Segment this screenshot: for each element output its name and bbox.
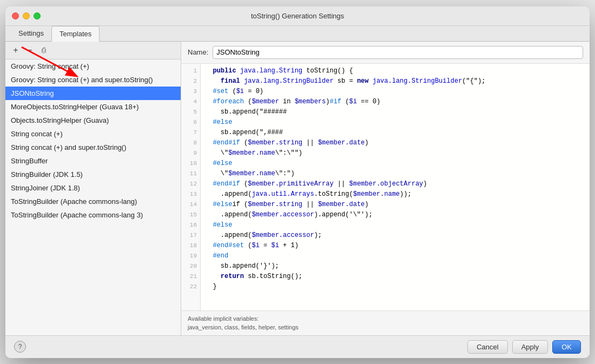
line-number: 8 bbox=[193, 138, 200, 148]
code-line: #set ($i = 0) bbox=[205, 87, 590, 97]
footer-info: Available implicit variables: java_versi… bbox=[181, 310, 590, 335]
main-content: + − ⎙ Groovy: String concat (+)Groovy: S… bbox=[5, 42, 590, 335]
code-area: 12345678910111213141516171819202122 publ… bbox=[181, 64, 590, 310]
tab-settings[interactable]: Settings bbox=[11, 26, 51, 42]
window-title: toString() Generation Settings bbox=[251, 12, 344, 20]
code-line: } bbox=[205, 282, 590, 292]
copy-template-button[interactable]: ⎙ bbox=[38, 44, 50, 56]
line-number: 20 bbox=[190, 261, 200, 272]
line-number: 16 bbox=[190, 220, 200, 230]
line-number: 4 bbox=[193, 97, 200, 107]
code-line: return sb.toString(); bbox=[205, 272, 590, 282]
template-list-item[interactable]: Groovy: String concat (+) and super.toSt… bbox=[5, 73, 181, 87]
left-toolbar: + − ⎙ bbox=[5, 42, 181, 59]
line-number: 9 bbox=[193, 148, 200, 158]
code-line: sb.append("###### bbox=[205, 107, 590, 117]
template-list-item[interactable]: String concat (+) and super.toString() bbox=[5, 141, 181, 154]
line-number: 18 bbox=[190, 241, 200, 251]
maximize-button[interactable] bbox=[34, 12, 41, 19]
code-line: #end bbox=[205, 251, 590, 261]
line-number: 22 bbox=[190, 282, 200, 292]
template-list-item[interactable]: ToStringBuilder (Apache commons-lang 3) bbox=[5, 208, 181, 222]
line-number: 14 bbox=[190, 200, 200, 210]
footer-right: Cancel Apply OK bbox=[467, 340, 581, 354]
help-button[interactable]: ? bbox=[14, 341, 26, 353]
code-line: #end#set ($i = $i + 1) bbox=[205, 241, 590, 251]
code-line: .append(java.util.Arrays.toString($membe… bbox=[205, 189, 590, 200]
dialog-footer: ? Cancel Apply OK bbox=[5, 335, 590, 358]
code-line: sb.append('}'); bbox=[205, 261, 590, 272]
tabs-bar: Settings Templates bbox=[5, 26, 590, 42]
line-number: 7 bbox=[193, 128, 200, 138]
add-template-button[interactable]: + bbox=[10, 44, 22, 56]
template-list-item[interactable]: StringBuffer bbox=[5, 154, 181, 168]
code-line: #else bbox=[205, 158, 590, 169]
remove-template-button[interactable]: − bbox=[24, 44, 36, 56]
titlebar: toString() Generation Settings bbox=[5, 6, 590, 26]
window-controls bbox=[12, 12, 41, 19]
template-list-item[interactable]: Objects.toStringHelper (Guava) bbox=[5, 114, 181, 127]
code-line: \"$member.name\":") bbox=[205, 169, 590, 179]
line-number: 1 bbox=[193, 66, 200, 76]
code-line: \"$member.name\":\"") bbox=[205, 148, 590, 158]
line-number: 17 bbox=[190, 230, 200, 241]
line-number: 11 bbox=[190, 169, 200, 179]
code-content[interactable]: public java.lang.String toString() { fin… bbox=[201, 64, 590, 310]
dialog: toString() Generation Settings Settings … bbox=[5, 6, 590, 358]
line-number: 5 bbox=[193, 107, 200, 117]
footer-left: ? bbox=[14, 341, 26, 353]
code-line: #end#if ($member.primitiveArray || $memb… bbox=[205, 179, 590, 189]
left-panel: + − ⎙ Groovy: String concat (+)Groovy: S… bbox=[5, 42, 181, 335]
line-numbers: 12345678910111213141516171819202122 bbox=[181, 64, 201, 310]
template-list-item[interactable]: MoreObjects.toStringHelper (Guava 18+) bbox=[5, 100, 181, 114]
code-line: sb.append(",#### bbox=[205, 128, 590, 138]
template-list-item[interactable]: String concat (+) bbox=[5, 127, 181, 141]
line-number: 12 bbox=[190, 179, 200, 189]
line-number: 19 bbox=[190, 251, 200, 261]
template-list-item[interactable]: StringBuilder (JDK 1.5) bbox=[5, 168, 181, 181]
template-list-item[interactable]: JSONtoString bbox=[5, 87, 181, 100]
code-line: final java.lang.StringBuilder sb = new j… bbox=[205, 76, 590, 87]
line-number: 2 bbox=[193, 76, 200, 87]
code-line: #else bbox=[205, 220, 590, 230]
template-list-item[interactable]: StringJoiner (JDK 1.8) bbox=[5, 181, 181, 195]
name-row: Name: bbox=[181, 42, 590, 64]
close-button[interactable] bbox=[12, 12, 19, 19]
line-number: 10 bbox=[190, 158, 200, 169]
code-line: .append($member.accessor); bbox=[205, 230, 590, 241]
template-list-item[interactable]: Groovy: String concat (+) bbox=[5, 59, 181, 73]
code-line: #foreach ($member in $members)#if ($i ==… bbox=[205, 97, 590, 107]
line-number: 15 bbox=[190, 210, 200, 220]
cancel-button[interactable]: Cancel bbox=[467, 340, 507, 354]
line-number: 21 bbox=[190, 272, 200, 282]
code-line: #else bbox=[205, 117, 590, 128]
ok-button[interactable]: OK bbox=[552, 340, 581, 354]
line-number: 3 bbox=[193, 87, 200, 97]
template-list-item[interactable]: ToStringBuilder (Apache commons-lang) bbox=[5, 195, 181, 208]
code-line: .append($member.accessor).append('\"'); bbox=[205, 210, 590, 220]
apply-button[interactable]: Apply bbox=[512, 340, 548, 354]
template-list: Groovy: String concat (+)Groovy: String … bbox=[5, 59, 181, 335]
tab-templates[interactable]: Templates bbox=[51, 26, 100, 42]
code-line: #end#if ($member.string || $member.date) bbox=[205, 138, 590, 148]
name-label: Name: bbox=[188, 48, 208, 56]
line-number: 6 bbox=[193, 117, 200, 128]
minimize-button[interactable] bbox=[23, 12, 30, 19]
line-number: 13 bbox=[190, 189, 200, 200]
code-line: public java.lang.String toString() { bbox=[205, 66, 590, 76]
right-panel: Name: 1234567891011121314151617181920212… bbox=[181, 42, 590, 335]
code-line: #elseif ($member.string || $member.date) bbox=[205, 200, 590, 210]
name-input[interactable] bbox=[213, 46, 583, 59]
